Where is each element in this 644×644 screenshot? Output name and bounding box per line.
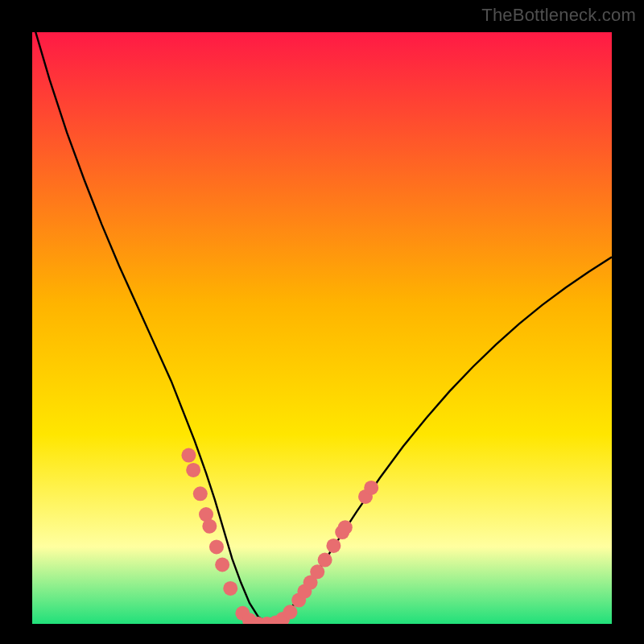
chart-root: TheBottleneck.com <box>0 0 644 644</box>
data-marker <box>318 553 332 568</box>
data-marker <box>283 605 297 619</box>
plot-area <box>32 32 612 624</box>
data-marker <box>338 520 353 535</box>
data-marker <box>202 519 217 534</box>
data-marker <box>193 486 208 501</box>
data-marker <box>186 463 200 477</box>
data-marker <box>209 539 224 554</box>
data-marker <box>326 539 341 553</box>
data-marker <box>364 481 378 495</box>
watermark-text: TheBottleneck.com <box>481 5 636 26</box>
plot-svg <box>32 32 612 624</box>
data-marker <box>181 448 196 463</box>
gradient-background <box>32 32 612 624</box>
data-marker <box>223 581 237 596</box>
data-marker <box>215 558 229 572</box>
